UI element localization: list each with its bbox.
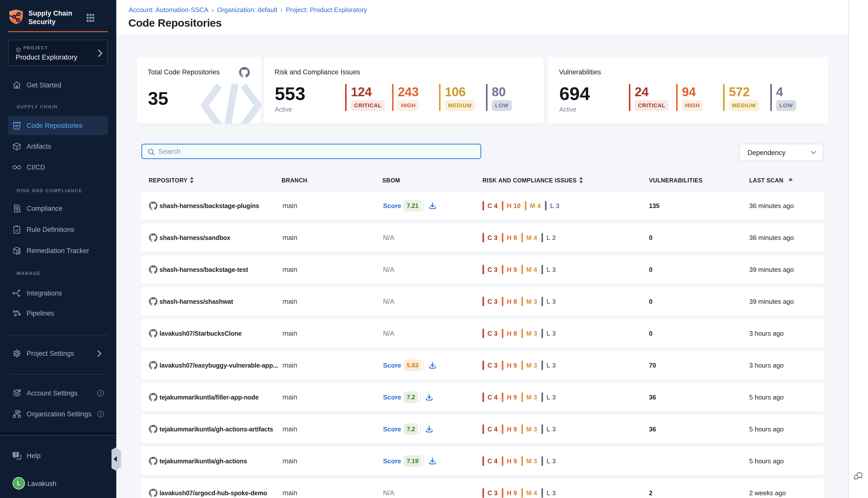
svg-text:?: ? bbox=[15, 452, 17, 457]
